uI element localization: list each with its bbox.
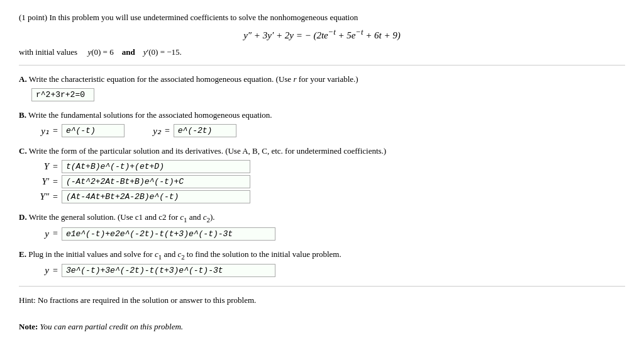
section-b-label: B. [19, 110, 26, 120]
y1-label: y₁ [31, 125, 49, 137]
hint-section: Hint: No fractions are required in the s… [19, 295, 625, 305]
section-b: B. Write the fundamental solutions for t… [19, 110, 625, 137]
section-e-label: E. [19, 249, 26, 259]
y1-item: y₁ = e^(-t) [31, 124, 125, 137]
problem-header: (1 point) In this problem you will use u… [19, 13, 625, 23]
note-text: You can earn partial credit on this prob… [40, 322, 184, 331]
Ydprime-row: Y″ = (At-4At+Bt+2A-2B)e^(-t) [31, 190, 625, 203]
divider-top [19, 65, 625, 65]
y2-equals: = [165, 126, 170, 136]
general-y-label: y [31, 229, 49, 239]
y2-label: y₂ [143, 125, 161, 137]
fundamental-row: y₁ = e^(-t) y₂ = e^(-2t) [31, 124, 625, 137]
section-c: C. Write the form of the particular solu… [19, 146, 625, 203]
section-a-label: A. [19, 74, 27, 84]
note-bold: Note: [19, 322, 38, 331]
Ydprime-label: Y″ [31, 191, 49, 202]
section-a-text: A. Write the characteristic equation for… [19, 74, 625, 84]
y2-input[interactable]: e^(-2t) [174, 124, 236, 137]
Y-row: Y = t(At+B)e^(-t)+(et+D) [31, 160, 625, 173]
hint-text: Hint: No fractions are required in the s… [19, 295, 256, 305]
char-eq-row: r^2+3r+2=0 [31, 88, 625, 101]
section-c-label: C. [19, 146, 27, 156]
initial-values-line: with initial values y(0) = 6 and y′(0) =… [19, 47, 625, 57]
Y-label: Y [31, 161, 49, 172]
general-equals: = [53, 229, 58, 239]
Yprime-input[interactable]: (-At^2+2At-Bt+B)e^(-t)+C [62, 175, 250, 188]
divider-bottom [19, 286, 625, 287]
Ydprime-input[interactable]: (At-4At+Bt+2A-2B)e^(-t) [62, 190, 250, 203]
y1-input[interactable]: e^(-t) [62, 124, 125, 137]
y2-item: y₂ = e^(-2t) [143, 124, 236, 137]
note-section: Note: You can earn partial credit on thi… [19, 322, 625, 332]
main-equation: y″ + 3y′ + 2y = − (2te−t + 5e−t + 6t + 9… [19, 28, 625, 41]
answer-row: y = 3e^(-t)+3e^(-2t)-t(t+3)e^(-t)-3t [31, 264, 625, 277]
Yprime-equals: = [53, 177, 58, 187]
section-e: E. Plug in the initial values and solve … [19, 249, 625, 278]
Yprime-label: Y′ [31, 176, 49, 187]
Ydprime-equals: = [53, 192, 58, 202]
Y-input[interactable]: t(At+B)e^(-t)+(et+D) [62, 160, 250, 173]
section-d-label: D. [19, 212, 27, 222]
section-c-text: C. Write the form of the particular solu… [19, 146, 625, 156]
answer-equals: = [53, 266, 58, 276]
section-e-text: E. Plug in the initial values and solve … [19, 249, 625, 261]
section-d: D. Write the general solution. (Use c1 a… [19, 212, 625, 241]
Y-equals: = [53, 162, 58, 172]
particular-block: Y = t(At+B)e^(-t)+(et+D) Y′ = (-At^2+2At… [31, 160, 625, 203]
answer-y-input[interactable]: 3e^(-t)+3e^(-2t)-t(t+3)e^(-t)-3t [62, 264, 275, 277]
section-d-text: D. Write the general solution. (Use c1 a… [19, 212, 625, 224]
intro-text: (1 point) In this problem you will use u… [19, 13, 625, 23]
Yprime-row: Y′ = (-At^2+2At-Bt+B)e^(-t)+C [31, 175, 625, 188]
equation-display: y″ + 3y′ + 2y = − (2te−t + 5e−t + 6t + 9… [243, 30, 401, 40]
general-solution-row: y = e1e^(-t)+e2e^(-2t)-t(t+3)e^(-t)-3t [31, 227, 625, 241]
section-b-text: B. Write the fundamental solutions for t… [19, 110, 625, 120]
y1-equals: = [53, 126, 58, 136]
general-y-input[interactable]: e1e^(-t)+e2e^(-2t)-t(t+3)e^(-t)-3t [62, 227, 275, 241]
char-eq-input[interactable]: r^2+3r+2=0 [31, 88, 94, 101]
initial-values-text: with initial values y(0) = 6 and y′(0) =… [19, 47, 182, 57]
answer-y-label: y [31, 265, 49, 276]
section-a: A. Write the characteristic equation for… [19, 74, 625, 101]
